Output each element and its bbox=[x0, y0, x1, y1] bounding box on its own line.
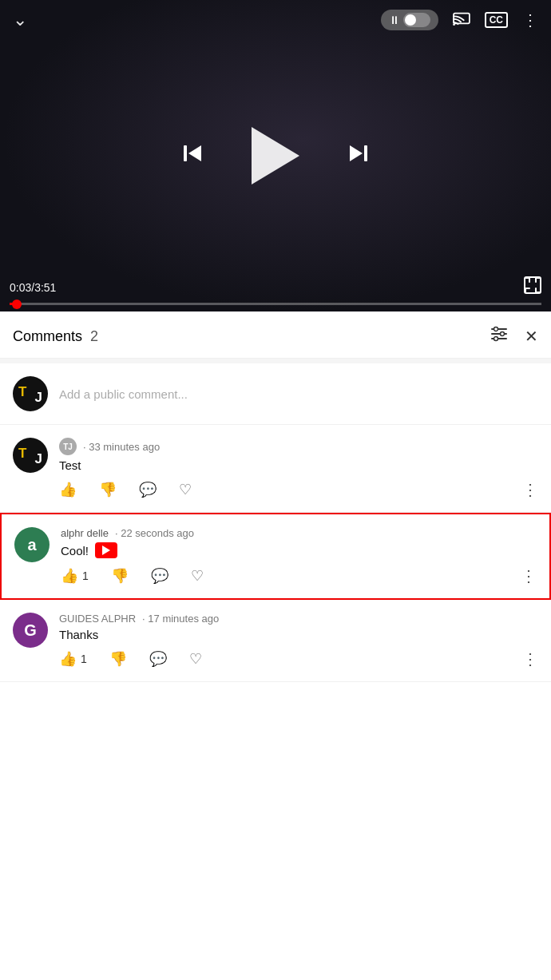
pause-icon: ⏸ bbox=[389, 14, 400, 26]
svg-marker-3 bbox=[188, 145, 201, 161]
comment-time: · 22 seconds ago bbox=[115, 527, 194, 539]
play-button[interactable] bbox=[252, 127, 299, 184]
comments-header: Comments 2 ✕ bbox=[0, 311, 551, 359]
comments-section: Comments 2 ✕ T J Add a public co bbox=[0, 311, 551, 682]
dislike-button[interactable]: 👎 bbox=[111, 567, 129, 585]
comment-body: GUIDES ALPHR · 17 minutes ago Thanks 👍 1… bbox=[59, 613, 538, 669]
comments-actions: ✕ bbox=[490, 324, 538, 348]
reply-button[interactable]: 💬 bbox=[149, 650, 167, 668]
pause-toggle[interactable]: ⏸ bbox=[381, 10, 438, 30]
progress-thumb[interactable] bbox=[12, 300, 22, 309]
svg-marker-5 bbox=[350, 145, 363, 161]
reply-button[interactable]: 💬 bbox=[151, 567, 168, 585]
comments-count: 2 bbox=[90, 328, 98, 345]
heart-icon: ♡ bbox=[179, 481, 192, 498]
thumb-down-icon: 👎 bbox=[111, 567, 129, 585]
author-badge: TJ bbox=[59, 438, 77, 455]
svg-rect-6 bbox=[525, 277, 541, 293]
fullscreen-icon[interactable] bbox=[524, 276, 541, 298]
comment-body: TJ · 33 minutes ago Test 👍 👎 💬 ♡ ⋮ bbox=[59, 438, 538, 499]
comment-item-highlighted: a alphr delle · 22 seconds ago Cool! 👍 1… bbox=[0, 513, 551, 600]
video-total-time: 3:51 bbox=[34, 281, 56, 294]
like-button[interactable]: 👍 bbox=[59, 481, 77, 498]
add-comment-row[interactable]: T J Add a public comment... bbox=[0, 363, 551, 425]
skip-next-icon[interactable] bbox=[347, 142, 370, 170]
svg-point-10 bbox=[494, 327, 498, 331]
comment-avatar: a bbox=[14, 527, 50, 562]
thumb-up-icon: 👍 bbox=[61, 567, 78, 585]
like-button[interactable]: 👍 1 bbox=[61, 567, 89, 585]
heart-button[interactable]: ♡ bbox=[191, 567, 204, 585]
youtube-logo-inline bbox=[95, 542, 117, 558]
more-options-icon[interactable]: ⋮ bbox=[522, 10, 538, 30]
comment-icon: 💬 bbox=[149, 650, 167, 668]
skip-prev-icon[interactable] bbox=[181, 142, 204, 170]
comment-actions: 👍 👎 💬 ♡ ⋮ bbox=[59, 480, 538, 499]
comment-avatar: T J bbox=[13, 438, 48, 473]
thumb-up-icon: 👍 bbox=[59, 481, 77, 498]
like-count: 1 bbox=[82, 569, 89, 582]
comment-author: GUIDES ALPHR bbox=[59, 613, 136, 625]
video-player[interactable]: ⌄ ⏸ CC ⋮ bbox=[0, 0, 551, 311]
comment-text: Test bbox=[59, 458, 538, 472]
comment-body: alphr delle · 22 seconds ago Cool! 👍 1 👎… bbox=[61, 527, 537, 585]
add-comment-placeholder[interactable]: Add a public comment... bbox=[59, 387, 188, 401]
comment-meta: alphr delle · 22 seconds ago bbox=[61, 527, 537, 539]
heart-icon: ♡ bbox=[189, 650, 202, 668]
svg-rect-4 bbox=[364, 145, 367, 161]
dislike-button[interactable]: 👎 bbox=[99, 481, 117, 498]
dislike-button[interactable]: 👎 bbox=[109, 650, 127, 668]
comment-text: Thanks bbox=[59, 628, 538, 641]
comment-meta: GUIDES ALPHR · 17 minutes ago bbox=[59, 613, 538, 625]
user-avatar: T J bbox=[13, 376, 48, 411]
reply-button[interactable]: 💬 bbox=[139, 481, 157, 498]
video-center-controls bbox=[181, 127, 370, 184]
heart-button[interactable]: ♡ bbox=[179, 481, 192, 498]
comment-item: T J TJ · 33 minutes ago Test 👍 👎 💬 bbox=[0, 425, 551, 513]
video-current-time: 0:03 bbox=[10, 281, 31, 294]
comment-avatar: G bbox=[13, 613, 48, 648]
comment-icon: 💬 bbox=[139, 481, 157, 498]
video-top-bar: ⌄ ⏸ CC ⋮ bbox=[0, 0, 551, 40]
comment-actions: 👍 1 👎 💬 ♡ ⋮ bbox=[61, 566, 537, 585]
like-count: 1 bbox=[81, 653, 87, 665]
thumb-down-icon: 👎 bbox=[99, 481, 117, 498]
heart-button[interactable]: ♡ bbox=[189, 650, 202, 668]
comment-time: · 17 minutes ago bbox=[142, 613, 219, 625]
thumb-down-icon: 👎 bbox=[109, 650, 127, 668]
close-icon[interactable]: ✕ bbox=[525, 327, 538, 346]
svg-point-12 bbox=[494, 337, 498, 341]
comment-text: Cool! bbox=[61, 542, 537, 558]
heart-icon: ♡ bbox=[191, 567, 204, 585]
comment-more-icon[interactable]: ⋮ bbox=[522, 480, 538, 499]
pill-track bbox=[403, 13, 430, 27]
comment-more-icon[interactable]: ⋮ bbox=[522, 649, 538, 669]
filter-icon[interactable] bbox=[490, 324, 509, 348]
comments-label: Comments bbox=[13, 328, 82, 345]
cc-icon[interactable]: CC bbox=[485, 12, 508, 28]
svg-point-11 bbox=[501, 332, 505, 336]
progress-bar[interactable] bbox=[10, 303, 541, 305]
comments-title: Comments 2 bbox=[13, 328, 98, 345]
comment-icon: 💬 bbox=[151, 567, 168, 585]
comment-item: G GUIDES ALPHR · 17 minutes ago Thanks 👍… bbox=[0, 600, 551, 682]
comment-actions: 👍 1 👎 💬 ♡ ⋮ bbox=[59, 649, 538, 669]
comment-author: alphr delle bbox=[61, 527, 109, 539]
svg-rect-2 bbox=[184, 145, 187, 161]
video-bottom-bar: 0:03 / 3:51 bbox=[0, 270, 551, 311]
cast-icon[interactable] bbox=[453, 11, 470, 30]
comment-meta: TJ · 33 minutes ago bbox=[59, 438, 538, 455]
comment-more-icon[interactable]: ⋮ bbox=[521, 566, 537, 585]
chevron-down-icon[interactable]: ⌄ bbox=[13, 10, 27, 30]
svg-point-1 bbox=[453, 23, 455, 26]
comment-author: · 33 minutes ago bbox=[83, 441, 160, 453]
like-button[interactable]: 👍 1 bbox=[59, 650, 87, 668]
thumb-up-icon: 👍 bbox=[59, 650, 77, 668]
